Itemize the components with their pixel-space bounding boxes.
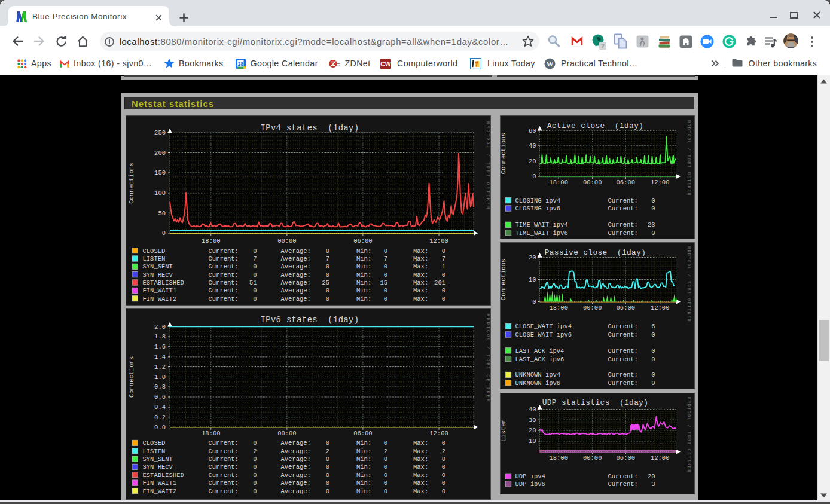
svg-text:7: 7 (441, 255, 445, 262)
svg-text:Active close (1day): Active close (1day) (547, 121, 644, 130)
svg-text:Current:: Current: (208, 287, 238, 294)
svg-text:RRDTOOL / TOBI OETIKER: RRDTOOL / TOBI OETIKER (686, 397, 691, 473)
svg-text:51: 51 (249, 279, 257, 286)
svg-text:Average:: Average: (280, 271, 310, 278)
svg-text:1: 1 (441, 263, 445, 270)
svg-text:1.6: 1.6 (154, 343, 166, 350)
svg-text:0: 0 (383, 439, 387, 447)
svg-text:Min:: Min: (356, 439, 371, 447)
svg-text:0: 0 (441, 439, 445, 447)
svg-text:50: 50 (158, 209, 166, 216)
svg-text:0: 0 (383, 263, 387, 270)
svg-text:20: 20 (529, 157, 536, 164)
svg-text:0: 0 (325, 271, 329, 278)
svg-text:20: 20 (648, 473, 655, 480)
svg-text:Current:: Current: (208, 295, 238, 302)
svg-text:1.8: 1.8 (154, 333, 166, 340)
svg-text:Max:: Max: (413, 271, 428, 278)
svg-text:Average:: Average: (280, 263, 310, 270)
svg-text:0: 0 (651, 197, 655, 204)
svg-text:250: 250 (154, 129, 166, 136)
svg-text:Current:: Current: (608, 221, 638, 228)
svg-text:0: 0 (383, 271, 387, 278)
svg-text:06:00: 06:00 (617, 454, 636, 462)
svg-text:0: 0 (441, 479, 445, 487)
svg-text:00:00: 00:00 (583, 454, 602, 462)
svg-text:06:00: 06:00 (617, 304, 636, 311)
svg-text:Passive close (1day): Passive close (1day) (545, 248, 646, 257)
svg-text:0: 0 (383, 463, 387, 471)
svg-text:TIME_WAIT ipv6: TIME_WAIT ipv6 (515, 229, 568, 236)
svg-text:60: 60 (529, 127, 536, 134)
svg-text:CW: CW (380, 60, 391, 68)
svg-text:18:00: 18:00 (549, 304, 568, 311)
svg-text:0: 0 (383, 287, 387, 294)
svg-text:Connections: Connections (500, 259, 507, 300)
svg-text:0: 0 (383, 247, 387, 254)
svg-text:UDP ipv4: UDP ipv4 (515, 473, 545, 480)
svg-text:Min:: Min: (356, 488, 371, 495)
svg-text:Max:: Max: (413, 463, 428, 471)
svg-text:CLOSED: CLOSED (142, 247, 165, 254)
svg-text:Max:: Max: (413, 263, 428, 270)
svg-text:Current:: Current: (208, 439, 238, 447)
svg-text:Max:: Max: (413, 479, 428, 487)
svg-text:0: 0 (325, 463, 329, 471)
svg-text:Current:: Current: (208, 247, 238, 254)
svg-text:Min:: Min: (356, 247, 371, 254)
svg-text:40: 40 (529, 406, 536, 413)
svg-text:Average:: Average: (280, 456, 310, 463)
svg-text:Max:: Max: (413, 448, 428, 455)
svg-text:FIN_WAIT2: FIN_WAIT2 (142, 295, 176, 302)
svg-text:0: 0 (441, 271, 445, 278)
svg-text:18:00: 18:00 (202, 237, 221, 245)
svg-text:28: 28 (238, 61, 244, 67)
svg-text:0: 0 (325, 263, 329, 270)
svg-text:0: 0 (253, 463, 257, 471)
svg-text:UDP ipv6: UDP ipv6 (515, 481, 545, 488)
svg-text:Min:: Min: (356, 287, 371, 294)
svg-text:00:00: 00:00 (277, 430, 297, 437)
svg-text:Current:: Current: (608, 197, 638, 204)
svg-text:FIN_WAIT2: FIN_WAIT2 (142, 488, 176, 495)
svg-text:0: 0 (325, 488, 329, 495)
svg-text:Average:: Average: (280, 488, 310, 495)
svg-text:2: 2 (325, 448, 329, 455)
svg-text:RRDTOOL / TOBI OETIKER: RRDTOOL / TOBI OETIKER (486, 314, 490, 403)
svg-text:Listen: Listen (500, 419, 507, 442)
svg-text:0: 0 (253, 488, 257, 495)
svg-text:10: 10 (529, 276, 536, 283)
svg-text:Min:: Min: (356, 279, 371, 286)
svg-text:Max:: Max: (413, 488, 428, 495)
svg-text:Current:: Current: (608, 481, 638, 488)
svg-text:RRDTOOL / TOBI OETIKER: RRDTOOL / TOBI OETIKER (486, 121, 490, 210)
svg-text:Min:: Min: (356, 448, 371, 455)
svg-text:Current:: Current: (608, 205, 638, 212)
svg-text:CLOSING ipv4: CLOSING ipv4 (515, 197, 561, 204)
svg-text:0: 0 (651, 229, 655, 236)
svg-text:CLOSE_WAIT ipv4: CLOSE_WAIT ipv4 (515, 323, 572, 330)
svg-text:0: 0 (651, 347, 655, 355)
svg-text:Average:: Average: (280, 287, 310, 294)
svg-text:Connections: Connections (128, 162, 135, 203)
svg-text:Average:: Average: (280, 247, 310, 254)
svg-text:Max:: Max: (413, 279, 428, 286)
svg-text:0: 0 (651, 331, 655, 338)
svg-text:Current:: Current: (608, 347, 638, 355)
svg-text:20: 20 (529, 427, 536, 434)
svg-text:Average:: Average: (280, 472, 310, 479)
svg-text:2.0: 2.0 (154, 323, 166, 331)
svg-text:1.4: 1.4 (154, 353, 166, 361)
svg-text:0.0: 0.0 (154, 424, 166, 431)
svg-text:SYN_SENT: SYN_SENT (142, 263, 172, 270)
svg-text:18:00: 18:00 (549, 454, 568, 462)
svg-text:06:00: 06:00 (617, 179, 636, 186)
svg-text:2: 2 (383, 448, 387, 455)
svg-text:0: 0 (651, 371, 655, 378)
svg-text:1.2: 1.2 (154, 364, 166, 371)
svg-text:CLOSED: CLOSED (142, 439, 165, 447)
svg-text:10: 10 (529, 438, 536, 445)
svg-text:Current:: Current: (208, 279, 238, 286)
svg-text:20: 20 (529, 254, 536, 261)
svg-text:15: 15 (380, 279, 387, 286)
